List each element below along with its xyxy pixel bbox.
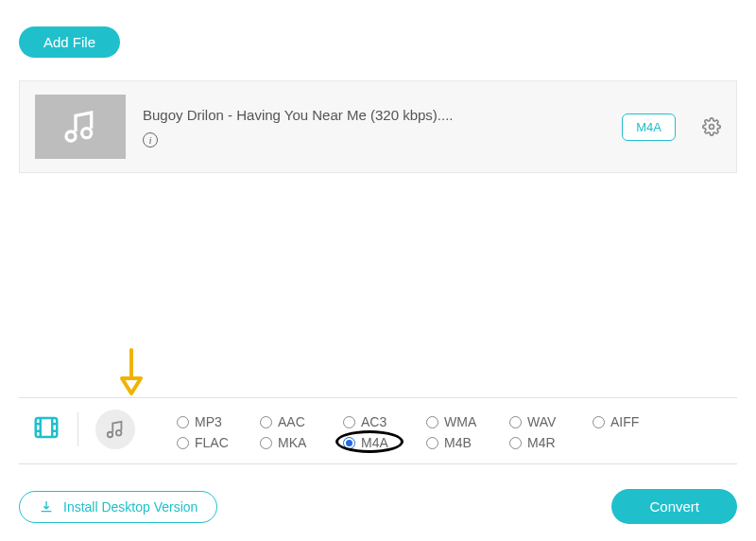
- format-option-flac[interactable]: FLAC: [177, 435, 256, 450]
- file-title: Bugoy Drilon - Having You Near Me (320 k…: [143, 107, 605, 123]
- format-option-m4r[interactable]: M4R: [509, 435, 589, 450]
- info-icon[interactable]: i: [143, 132, 158, 148]
- radio-icon: [426, 416, 438, 428]
- audio-tab-icon[interactable]: [95, 410, 135, 449]
- radio-icon: [426, 437, 438, 449]
- format-label: MP3: [195, 414, 222, 429]
- divider: [19, 463, 737, 464]
- add-file-button[interactable]: Add File: [19, 26, 120, 58]
- format-badge-button[interactable]: M4A: [622, 113, 676, 141]
- format-option-ac3[interactable]: AC3: [343, 414, 422, 429]
- callout-arrow-icon: [117, 348, 146, 397]
- file-thumbnail: [35, 95, 126, 159]
- format-options: MP3AACAC3WMAWAVAIFFFLACMKAM4AM4BM4R: [158, 409, 687, 450]
- radio-icon: [343, 416, 355, 428]
- radio-icon: [593, 416, 605, 428]
- separator: [77, 412, 78, 446]
- format-label: AC3: [361, 414, 387, 429]
- radio-icon: [509, 416, 522, 428]
- format-option-mp3[interactable]: MP3: [177, 414, 256, 429]
- format-label: AIFF: [610, 414, 639, 429]
- file-item: Bugoy Drilon - Having You Near Me (320 k…: [19, 80, 737, 173]
- format-option-aiff[interactable]: AIFF: [593, 414, 672, 429]
- format-selector: MP3AACAC3WMAWAVAIFFFLACMKAM4AM4BM4R: [19, 403, 737, 456]
- format-label: MKA: [278, 435, 306, 450]
- format-option-wav[interactable]: WAV: [509, 414, 589, 429]
- format-option-aac[interactable]: AAC: [260, 414, 339, 429]
- svg-rect-1: [36, 418, 58, 437]
- format-label: M4A: [361, 435, 388, 450]
- footer: Install Desktop Version Convert: [19, 489, 737, 524]
- format-option-m4b[interactable]: M4B: [426, 435, 506, 450]
- format-label: M4B: [444, 435, 472, 450]
- format-option-m4a[interactable]: M4A: [343, 435, 422, 450]
- radio-icon: [177, 437, 189, 449]
- install-desktop-label: Install Desktop Version: [63, 499, 198, 515]
- radio-icon: [260, 416, 272, 428]
- divider: [19, 397, 737, 398]
- settings-icon[interactable]: [702, 117, 721, 136]
- format-label: WMA: [444, 414, 476, 429]
- format-label: WAV: [527, 414, 556, 429]
- radio-icon: [509, 437, 522, 449]
- radio-icon: [177, 416, 189, 428]
- install-desktop-button[interactable]: Install Desktop Version: [19, 491, 217, 523]
- format-option-wma[interactable]: WMA: [426, 414, 506, 429]
- radio-icon: [260, 437, 272, 449]
- format-label: AAC: [278, 414, 305, 429]
- music-note-icon: [61, 108, 99, 146]
- convert-button[interactable]: Convert: [611, 489, 737, 524]
- format-label: FLAC: [195, 435, 229, 450]
- svg-point-0: [710, 125, 714, 130]
- video-tab-icon[interactable]: [32, 413, 60, 445]
- format-label: M4R: [527, 435, 556, 450]
- download-icon: [39, 499, 54, 515]
- format-option-mka[interactable]: MKA: [260, 435, 339, 450]
- file-meta: Bugoy Drilon - Having You Near Me (320 k…: [143, 107, 605, 148]
- radio-icon: [343, 437, 355, 449]
